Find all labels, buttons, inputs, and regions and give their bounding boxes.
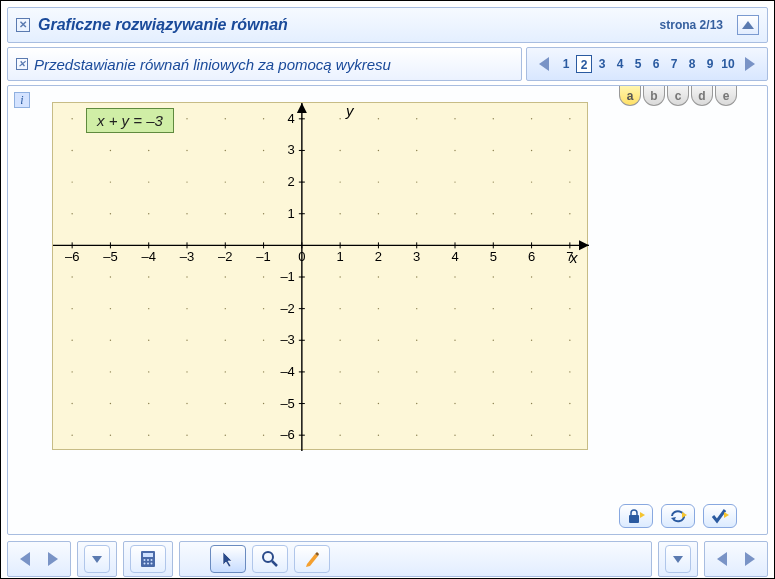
plot-canvas[interactable]: –6–5–4–3–2–101234567–6–5–4–3–2–11234 xyxy=(52,102,588,450)
svg-point-30 xyxy=(148,181,149,182)
svg-point-55 xyxy=(263,434,264,435)
svg-point-134 xyxy=(531,371,532,372)
refresh-button[interactable] xyxy=(661,504,695,528)
pen-button[interactable] xyxy=(294,545,330,573)
page-3[interactable]: 3 xyxy=(594,55,610,73)
page-5[interactable]: 5 xyxy=(630,55,646,73)
svg-point-110 xyxy=(454,434,455,435)
svg-point-109 xyxy=(416,118,417,119)
svg-point-150 xyxy=(569,213,570,214)
svg-text:–4: –4 xyxy=(280,364,294,379)
lock-button[interactable] xyxy=(619,504,653,528)
page-4[interactable]: 4 xyxy=(612,55,628,73)
svg-point-25 xyxy=(148,340,149,341)
tab-b[interactable]: b xyxy=(643,86,665,106)
svg-point-51 xyxy=(225,213,226,214)
svg-point-15 xyxy=(110,308,111,309)
back-button[interactable] xyxy=(14,547,36,571)
svg-point-84 xyxy=(339,213,340,214)
next-button[interactable] xyxy=(739,52,761,76)
title-bar: ✕ Graficzne rozwiązywanie równań strona … xyxy=(7,7,768,43)
svg-point-102 xyxy=(416,340,417,341)
tab-d[interactable]: d xyxy=(691,86,713,106)
page-6[interactable]: 6 xyxy=(648,55,664,73)
svg-text:–4: –4 xyxy=(141,249,155,264)
page-8[interactable]: 8 xyxy=(684,55,700,73)
svg-point-90 xyxy=(378,371,379,372)
svg-point-147 xyxy=(569,308,570,309)
svg-text:2: 2 xyxy=(288,174,295,189)
dropdown-1[interactable] xyxy=(84,545,110,573)
svg-point-142 xyxy=(531,118,532,119)
back-button-2[interactable] xyxy=(711,547,733,571)
svg-text:2: 2 xyxy=(375,249,382,264)
lock-icon xyxy=(626,508,646,524)
page-9[interactable]: 9 xyxy=(702,55,718,73)
svg-point-22 xyxy=(148,434,149,435)
svg-point-8 xyxy=(71,181,72,182)
triangle-right-icon xyxy=(745,57,755,71)
svg-text:–5: –5 xyxy=(280,396,294,411)
svg-text:4: 4 xyxy=(451,249,458,264)
triangle-left-icon xyxy=(20,552,30,566)
tab-c[interactable]: c xyxy=(667,86,689,106)
close-small-icon[interactable]: ✕ xyxy=(16,58,28,70)
nav-group-1 xyxy=(7,541,71,577)
svg-text:3: 3 xyxy=(413,249,420,264)
svg-point-29 xyxy=(148,213,149,214)
forward-button-2[interactable] xyxy=(739,547,761,571)
svg-point-41 xyxy=(186,181,187,182)
info-icon[interactable]: i xyxy=(14,92,30,108)
svg-point-45 xyxy=(225,403,226,404)
svg-point-48 xyxy=(225,308,226,309)
svg-point-38 xyxy=(186,276,187,277)
pointer-button[interactable] xyxy=(210,545,246,573)
svg-point-139 xyxy=(531,213,532,214)
svg-point-153 xyxy=(569,118,570,119)
svg-point-54 xyxy=(225,118,226,119)
svg-text:–3: –3 xyxy=(280,332,294,347)
calculator-button[interactable] xyxy=(130,545,166,573)
svg-point-118 xyxy=(454,181,455,182)
tab-a[interactable]: a xyxy=(619,86,641,106)
svg-point-140 xyxy=(531,181,532,182)
bottom-bar xyxy=(7,541,768,577)
svg-point-121 xyxy=(493,434,494,435)
svg-text:–2: –2 xyxy=(280,301,294,316)
page-title: Graficzne rozwiązywanie równań xyxy=(38,16,652,34)
refresh-icon xyxy=(668,508,688,524)
tab-e[interactable]: e xyxy=(715,86,737,106)
svg-point-92 xyxy=(378,308,379,309)
svg-point-33 xyxy=(186,434,187,435)
page-7[interactable]: 7 xyxy=(666,55,682,73)
svg-point-1 xyxy=(71,403,72,404)
page-1[interactable]: 1 xyxy=(558,55,574,73)
dropdown-2[interactable] xyxy=(665,545,691,573)
svg-point-128 xyxy=(493,213,494,214)
svg-point-119 xyxy=(454,150,455,151)
sub-bar: ✕ Przedstawianie równań liniowych za pom… xyxy=(7,47,768,81)
svg-point-126 xyxy=(493,276,494,277)
close-icon[interactable]: ✕ xyxy=(16,18,30,32)
svg-point-85 xyxy=(339,181,340,182)
svg-point-212 xyxy=(151,563,153,565)
svg-point-96 xyxy=(378,181,379,182)
svg-text:1: 1 xyxy=(337,249,344,264)
prev-button[interactable] xyxy=(533,52,555,76)
svg-point-31 xyxy=(148,150,149,151)
svg-point-35 xyxy=(186,371,187,372)
svg-text:–2: –2 xyxy=(218,249,232,264)
svg-text:–3: –3 xyxy=(180,249,194,264)
check-button[interactable] xyxy=(703,504,737,528)
svg-point-81 xyxy=(339,308,340,309)
dropdown-group-1 xyxy=(77,541,117,577)
up-button[interactable] xyxy=(737,15,759,35)
svg-point-82 xyxy=(339,276,340,277)
svg-text:6: 6 xyxy=(528,249,535,264)
zoom-button[interactable] xyxy=(252,545,288,573)
forward-button[interactable] xyxy=(42,547,64,571)
svg-rect-206 xyxy=(143,553,153,557)
page-10[interactable]: 10 xyxy=(720,55,736,73)
svg-point-79 xyxy=(339,371,340,372)
page-2[interactable]: 2 xyxy=(576,55,592,73)
